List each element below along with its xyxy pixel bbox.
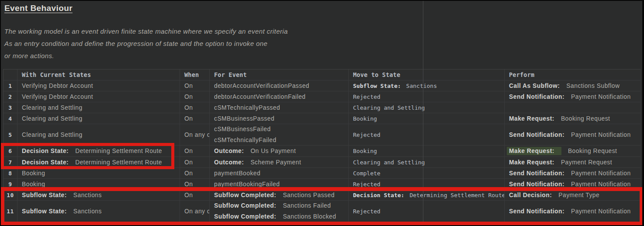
- cell-when-row-2: On: [180, 91, 210, 102]
- cell-value: cSMBusinessFailed: [214, 126, 271, 132]
- cell-value: On: [184, 159, 193, 166]
- cell-move-row-5: Rejected: [349, 124, 505, 146]
- cell-move-row-2: Rejected: [349, 91, 505, 102]
- window-edge-right: [642, 0, 644, 226]
- cell-current-row-8: Booking: [17, 168, 180, 179]
- cell-value: Rejected: [353, 94, 381, 100]
- cell-value: Clearing and Settling: [353, 159, 425, 166]
- column-header-label: Move to State: [353, 70, 502, 80]
- cell-when-row-3: On: [180, 102, 210, 113]
- cell-value: Rejected: [353, 181, 381, 188]
- cell-perform-row-2: Send Notification:Payment Notification: [505, 91, 641, 102]
- cell-perform-row-8: Send Notification:Payment Notification: [505, 168, 641, 179]
- cell-label: Subflow State:: [353, 83, 401, 89]
- window-edge-top: [0, 0, 644, 1]
- cell-current-row-4: Clearing and Settling: [17, 113, 180, 124]
- cell-value: On any of: [184, 132, 210, 138]
- cell-move-row-4: Booking: [349, 113, 505, 124]
- cell-line: debtorAccountVerificationPassed: [214, 80, 346, 91]
- column-header-perform: Perform: [505, 70, 641, 80]
- cell-label: Send Notification:: [509, 170, 564, 177]
- cell-label: Send Notification:: [509, 94, 564, 100]
- cell-line: Clearing and Settling: [22, 129, 177, 140]
- page-title: Event Behaviour: [4, 3, 73, 13]
- cell-label: Make Request:: [509, 159, 554, 166]
- cell-line: Outcome:On Us Payment: [214, 146, 346, 156]
- cell-current-row-2: Verifying Debtor Account: [17, 91, 180, 102]
- row-number: 1: [3, 80, 17, 91]
- cell-value: On: [184, 104, 193, 111]
- cell-current-row-3: Clearing and Settling: [17, 102, 180, 113]
- cell-move-row-8: Complete: [349, 168, 505, 179]
- cell-value: Booking: [353, 115, 377, 122]
- column-header-move-to-state: Move to State: [349, 70, 505, 80]
- cell-value: On: [184, 170, 193, 177]
- cell-value: Booking: [22, 170, 45, 177]
- column-header-for-event: For Event: [210, 70, 349, 80]
- column-header-label: With Current States: [22, 70, 177, 80]
- cell-line: Clearing and Settling: [22, 113, 177, 124]
- cell-line: paymentBooked: [214, 168, 346, 178]
- cell-line: cSMTechnicallyFailed: [214, 135, 346, 146]
- column-header-label: [8, 70, 14, 80]
- cell-line: Booking: [353, 113, 502, 124]
- column-header-with-current-states: With Current States: [17, 70, 180, 80]
- cell-line: Clearing and Settling: [353, 157, 502, 167]
- cell-event-row-1: debtorAccountVerificationPassed: [210, 80, 349, 91]
- cell-line: Call As Subflow:Sanctions Subflow: [509, 80, 638, 91]
- intro-paragraph: The working model is an event driven fin…: [4, 25, 345, 62]
- column-header-label: Perform: [509, 70, 638, 80]
- cell-label: Make Request:: [509, 115, 554, 122]
- cell-value: On: [184, 115, 193, 122]
- cell-move-row-6: Booking: [349, 146, 505, 157]
- cell-value: Clearing and Settling: [22, 115, 83, 122]
- cell-value: Sanctions: [406, 83, 437, 89]
- cell-line: Make Request:Booking Request: [509, 113, 638, 124]
- red-annotation-box-rows-10-11: [0, 187, 644, 226]
- cell-line: On: [184, 146, 207, 156]
- cell-value: Payment Notification: [571, 170, 631, 177]
- cell-line: Outcome:Scheme Payment: [214, 157, 346, 167]
- cell-line: cSMTechnicallyPassed: [214, 102, 346, 113]
- cell-line: Booking: [22, 168, 177, 178]
- cell-value: Clearing and Settling: [22, 132, 83, 138]
- cell-value: On Us Payment: [250, 148, 296, 154]
- cell-event-row-4: cSMBusinessPassed: [210, 113, 349, 124]
- cell-label: Make Request:: [507, 147, 561, 155]
- cell-move-row-3: Clearing and Settling: [349, 102, 505, 113]
- cell-when-row-7: On: [180, 157, 210, 168]
- cell-line: Complete: [353, 168, 502, 178]
- column-header-when: When: [180, 70, 210, 80]
- cell-value: On: [184, 94, 193, 100]
- cell-event-row-3: cSMTechnicallyPassed: [210, 102, 349, 113]
- window-edge-left: [0, 0, 1, 226]
- cell-perform-row-6: Make Request:Booking Request: [505, 146, 641, 157]
- cell-value: Rejected: [353, 132, 381, 138]
- cell-event-row-6: Outcome:On Us Payment: [210, 146, 349, 157]
- cell-line: debtorAccountVerificationFailed: [214, 91, 346, 102]
- cell-line: On: [184, 113, 207, 124]
- cell-value: Verifying Debtor Account: [22, 83, 93, 89]
- cell-line: On: [184, 91, 207, 102]
- cell-line: On: [184, 102, 207, 113]
- cell-value: Payment Notification: [571, 94, 631, 100]
- cell-value: On: [184, 148, 193, 154]
- cell-perform-row-5: Send Notification:Payment Notification: [505, 124, 641, 146]
- row-number: 2: [3, 91, 17, 102]
- cell-when-row-8: On: [180, 168, 210, 179]
- cell-line: Verifying Debtor Account: [22, 80, 177, 91]
- cell-value: On: [184, 181, 193, 188]
- cell-label: Call As Subflow:: [509, 83, 560, 89]
- cell-line: On: [184, 80, 207, 91]
- row-number: 3: [3, 102, 17, 113]
- cell-move-row-7: Clearing and Settling: [349, 157, 505, 168]
- cell-value: On: [184, 83, 193, 89]
- cell-when-row-5: On any of: [180, 124, 210, 146]
- intro-line-3: or more actions.: [4, 50, 345, 62]
- cell-event-row-8: paymentBooked: [210, 168, 349, 179]
- cell-perform-row-3: [505, 102, 641, 113]
- cell-current-row-5: Clearing and Settling: [17, 124, 180, 146]
- intro-line-1: The working model is an event driven fin…: [4, 25, 345, 38]
- cell-when-row-4: On: [180, 113, 210, 124]
- cell-line: Rejected: [353, 129, 502, 140]
